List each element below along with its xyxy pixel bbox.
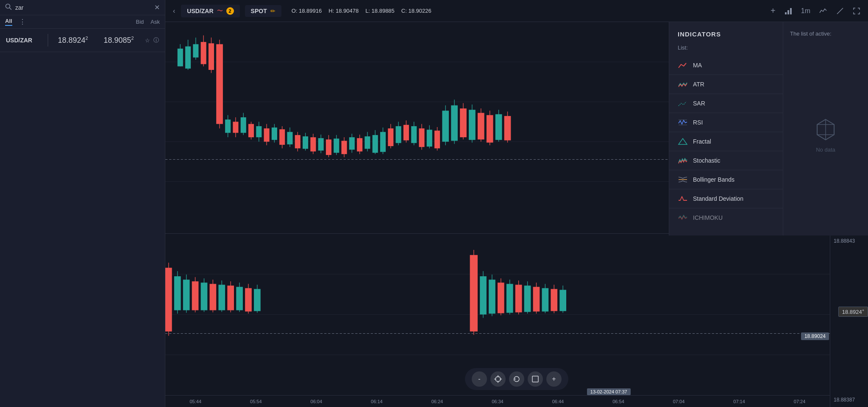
svg-rect-2	[785, 12, 787, 14]
indicators-list: INDICATORS List: MA ATR	[669, 22, 783, 235]
time-label-4: 06:24	[431, 399, 443, 404]
no-data-area: No data	[813, 42, 838, 227]
indicator-ichimoku[interactable]: ICHIMOKU	[669, 208, 783, 227]
separator	[47, 34, 48, 47]
spot-tab[interactable]: SPOT ✏	[245, 5, 281, 17]
toolbar-right: + 1m	[768, 3, 863, 18]
zoom-in-button[interactable]: +	[546, 371, 562, 387]
info-icon[interactable]: ⓘ	[153, 36, 159, 44]
instrument-row[interactable]: USD/ZAR 18.89242 18.90852 ☆ ⓘ	[0, 29, 165, 52]
fractal-icon	[678, 137, 688, 146]
time-label-0: 05:44	[190, 399, 202, 404]
time-label-7: 06:54	[612, 399, 624, 404]
time-label-1: 05:54	[250, 399, 262, 404]
indicator-sar[interactable]: SAR	[669, 94, 783, 113]
close-icon[interactable]: ✕	[154, 3, 160, 11]
indicator-fractal[interactable]: Fractal	[669, 132, 783, 151]
indicator-sar-label: SAR	[693, 100, 705, 107]
indicator-ma-label: MA	[693, 62, 702, 69]
bollinger-icon	[678, 175, 688, 184]
svg-rect-3	[787, 10, 789, 14]
favorite-icon[interactable]: ☆	[145, 37, 150, 44]
filter-bar: All ⋮ Bid Ask	[0, 15, 165, 29]
svg-line-1	[10, 8, 11, 10]
indicator-stochastic-label: Stochastic	[693, 157, 721, 164]
time-label-6: 06:44	[552, 399, 564, 404]
stddev-icon	[678, 194, 688, 203]
indicators-active: The list of active: No data	[783, 22, 868, 235]
zoom-out-button[interactable]: -	[472, 371, 487, 387]
tab-badge: 2	[226, 7, 234, 15]
search-bar: ✕	[0, 0, 165, 15]
stochastic-icon	[678, 156, 688, 165]
atr-icon	[678, 80, 688, 89]
time-label-3: 06:14	[371, 399, 383, 404]
ma-icon	[678, 61, 688, 69]
indicators-title: INDICATORS	[669, 30, 783, 44]
indicator-atr-label: ATR	[693, 81, 704, 88]
time-axis: 05:44 05:54 06:04 06:14 06:24 06:34 06:4…	[165, 395, 830, 407]
search-input[interactable]	[15, 4, 151, 11]
filter-ask-label: Ask	[150, 19, 160, 25]
indicator-bollinger[interactable]: Bollinger Bands	[669, 170, 783, 189]
no-data-label: No data	[816, 147, 835, 153]
indicator-fractal-label: Fractal	[693, 138, 711, 145]
fullscreen-button[interactable]	[850, 5, 863, 17]
svg-rect-148	[532, 376, 538, 382]
pencil-icon: ✏	[270, 8, 275, 14]
filter-all[interactable]: All	[5, 18, 12, 26]
rect-select-button[interactable]	[528, 371, 543, 387]
ohlc-c: C: 18.90226	[401, 8, 431, 14]
top-toolbar: ‹ USD/ZAR 〜 2 SPOT ✏ O: 18.89916 H: 18.9…	[165, 0, 868, 22]
indicator-stochastic[interactable]: Stochastic	[669, 151, 783, 170]
sar-icon	[678, 99, 688, 108]
back-button[interactable]: ‹	[170, 5, 178, 17]
spot-tab-name: SPOT	[251, 8, 267, 14]
price-ask: 18.90852	[97, 36, 140, 45]
chart-lower[interactable]: 18.88843 18.88387 18.8924+ 18.89024 05:4…	[165, 234, 868, 407]
current-price-badge-lower: 18.89024	[801, 332, 829, 340]
current-price-badge-lower-right: 18.8924+	[838, 307, 868, 317]
ohlc-o: O: 18.89916	[292, 8, 322, 14]
indicator-rsi[interactable]: RSI	[669, 113, 783, 132]
indicators-button[interactable]	[782, 4, 795, 18]
time-label-9: 07:14	[733, 399, 745, 404]
filter-more-icon[interactable]: ⋮	[19, 18, 26, 26]
reset-button[interactable]	[509, 371, 524, 387]
instrument-name: USD/ZAR	[6, 37, 44, 44]
indicator-ma[interactable]: MA	[669, 56, 783, 75]
no-data-cube-icon	[813, 116, 838, 141]
sidebar: ✕ All ⋮ Bid Ask USD/ZAR 18.89242 18.9085…	[0, 0, 165, 407]
svg-line-5	[837, 8, 843, 14]
indicator-stddev-label: Standard Deviation	[693, 195, 743, 202]
indicator-ichimoku-label: ICHIMOKU	[693, 214, 723, 221]
svg-rect-4	[790, 8, 792, 14]
crosshair-button[interactable]	[490, 371, 506, 387]
time-label-5: 06:34	[492, 399, 504, 404]
time-label-8: 07:04	[673, 399, 685, 404]
list-label: List:	[678, 44, 688, 51]
date-badge: 13-02-2024 07:37	[587, 388, 631, 395]
svg-marker-151	[679, 138, 687, 144]
indicators-panel: INDICATORS List: MA ATR	[669, 22, 868, 235]
instrument-tab[interactable]: USD/ZAR 〜 2	[181, 5, 239, 17]
main-area: ‹ USD/ZAR 〜 2 SPOT ✏ O: 18.89916 H: 18.9…	[165, 0, 868, 407]
draw-button[interactable]	[833, 4, 847, 18]
time-label-2: 06:04	[311, 399, 323, 404]
price-label-lower-1: 18.88387	[834, 397, 865, 403]
indicators-section-header: List:	[669, 44, 783, 56]
ohlc-h: H: 18.90478	[328, 8, 359, 14]
price-label-lower-0: 18.88843	[834, 238, 865, 244]
instrument-tab-name: USD/ZAR	[187, 8, 213, 14]
ohlc-l: L: 18.89885	[365, 8, 395, 14]
timeframe-button[interactable]: 1m	[798, 5, 813, 17]
chart-type-button[interactable]	[816, 4, 830, 18]
active-header: The list of active:	[790, 30, 861, 42]
price-bid: 18.89242	[52, 36, 94, 45]
chart-line-icon: 〜	[217, 7, 223, 15]
chart-controls: - +	[465, 368, 568, 390]
indicator-atr[interactable]: ATR	[669, 75, 783, 94]
indicator-stddev[interactable]: Standard Deviation	[669, 189, 783, 208]
add-button[interactable]: +	[768, 3, 778, 18]
time-label-10: 07:24	[794, 399, 806, 404]
